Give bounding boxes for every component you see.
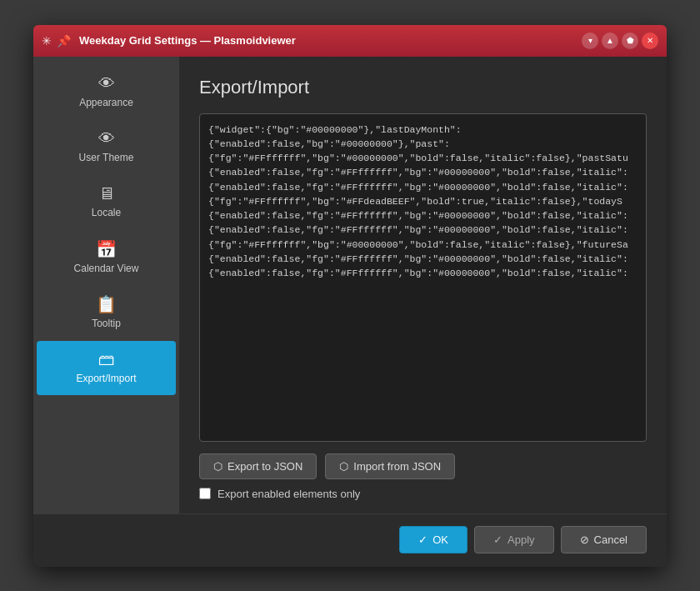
export-import-icon: 🗃	[98, 351, 115, 368]
sidebar-item-label: User Theme	[79, 152, 134, 163]
export-enabled-checkbox[interactable]	[199, 488, 211, 499]
import-json-label: Import from JSON	[353, 460, 441, 473]
apply-icon: ✓	[493, 533, 502, 546]
sidebar-item-label: Appearance	[79, 97, 133, 108]
json-button-row: ⬡ Export to JSON ⬡ Import from JSON	[199, 453, 647, 479]
ok-button[interactable]: ✓ OK	[399, 526, 468, 553]
apply-label: Apply	[508, 533, 535, 546]
sidebar-item-label: Tooltip	[92, 318, 121, 329]
cancel-label: Cancel	[594, 533, 628, 546]
cancel-button[interactable]: ⊘ Cancel	[561, 526, 647, 553]
sidebar: 👁 Appearance 👁 User Theme 🖥 Locale 📅 Cal…	[33, 57, 179, 513]
window-title: Weekday Grid Settings — Plasmoidviewer	[79, 34, 577, 47]
page-title: Export/Import	[199, 77, 647, 98]
json-textarea[interactable]	[199, 113, 647, 442]
collapse-button[interactable]: ▲	[602, 33, 618, 49]
sidebar-item-label: Export/Import	[76, 373, 136, 384]
content-area: 👁 Appearance 👁 User Theme 🖥 Locale 📅 Cal…	[33, 57, 667, 513]
export-options-row: Export enabled elements only	[199, 488, 647, 500]
sidebar-item-user-theme[interactable]: 👁 User Theme	[37, 120, 176, 173]
appearance-icon: 👁	[98, 75, 115, 92]
import-icon: ⬡	[339, 460, 348, 473]
maximize-button[interactable]: ⬟	[622, 33, 638, 49]
ok-icon: ✓	[418, 533, 428, 546]
tooltip-icon: 📋	[96, 296, 117, 313]
export-icon: ⬡	[213, 460, 222, 473]
titlebar: ✳ 📌 Weekday Grid Settings — Plasmoidview…	[33, 25, 667, 57]
export-json-button[interactable]: ⬡ Export to JSON	[199, 453, 317, 479]
sidebar-item-appearance[interactable]: 👁 Appearance	[37, 65, 176, 118]
sidebar-item-calendar-view[interactable]: 📅 Calendar View	[37, 231, 176, 284]
apply-button[interactable]: ✓ Apply	[474, 526, 554, 553]
pin-icon: 📌	[57, 34, 71, 48]
sidebar-item-tooltip[interactable]: 📋 Tooltip	[37, 286, 176, 339]
export-json-label: Export to JSON	[228, 460, 302, 473]
user-theme-icon: 👁	[98, 130, 115, 147]
sidebar-item-locale[interactable]: 🖥 Locale	[37, 175, 176, 228]
sidebar-item-label: Locale	[92, 207, 121, 218]
footer: ✓ OK ✓ Apply ⊘ Cancel	[33, 513, 667, 567]
import-json-button[interactable]: ⬡ Import from JSON	[325, 453, 455, 479]
export-enabled-label: Export enabled elements only	[218, 488, 360, 500]
calendar-view-icon: 📅	[96, 241, 117, 258]
sidebar-item-export-import[interactable]: 🗃 Export/Import	[37, 341, 176, 394]
ok-label: OK	[432, 533, 448, 546]
locale-icon: 🖥	[98, 185, 115, 202]
app-icon: ✳	[42, 34, 52, 48]
close-button[interactable]: ✕	[642, 33, 658, 49]
main-content: Export/Import ⬡ Export to JSON ⬡ Import …	[179, 57, 667, 513]
cancel-icon: ⊘	[580, 533, 589, 546]
sidebar-item-label: Calendar View	[74, 263, 139, 274]
dropdown-button[interactable]: ▾	[582, 33, 598, 49]
main-window: ✳ 📌 Weekday Grid Settings — Plasmoidview…	[33, 25, 667, 567]
window-controls: ▾ ▲ ⬟ ✕	[582, 33, 658, 49]
